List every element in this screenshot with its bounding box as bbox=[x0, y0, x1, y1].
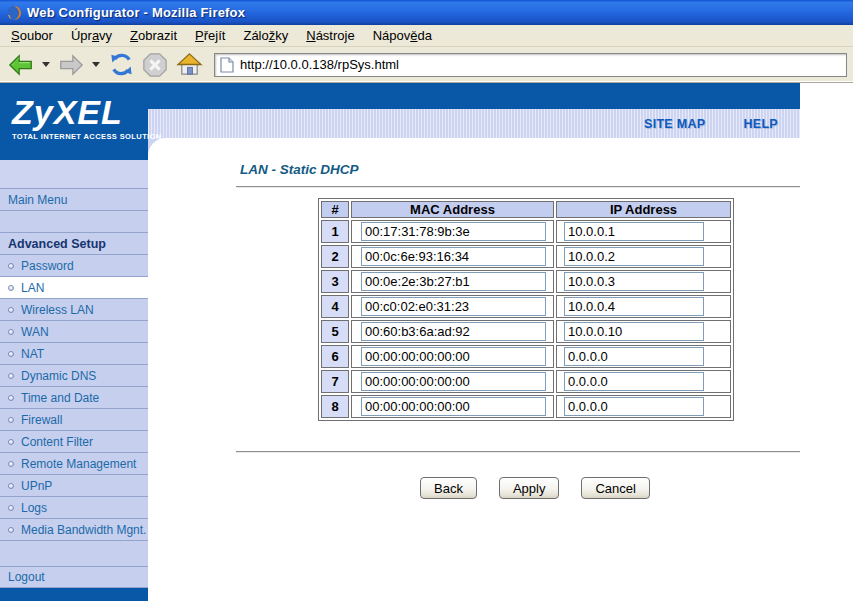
menu-upravy[interactable]: Úpravy bbox=[62, 26, 121, 45]
menu-napoveda[interactable]: Nápověda bbox=[364, 26, 441, 45]
sidebar: Main Menu Advanced Setup Password bbox=[0, 109, 148, 601]
caret-down-icon bbox=[42, 62, 50, 67]
row-number: 3 bbox=[321, 270, 349, 293]
row-number: 8 bbox=[321, 395, 349, 418]
menu-soubor[interactable]: Soubor bbox=[2, 26, 62, 45]
back-button[interactable] bbox=[6, 50, 36, 80]
zyxel-logo: ZyXEL bbox=[12, 95, 148, 129]
sidebar-main-menu[interactable]: Main Menu bbox=[0, 189, 148, 211]
sidebar-item[interactable]: UPnP bbox=[0, 475, 148, 497]
ip-address-input[interactable] bbox=[564, 297, 704, 316]
back-form-button[interactable]: Back bbox=[420, 477, 477, 499]
ip-address-input[interactable] bbox=[564, 272, 704, 291]
url-input[interactable] bbox=[240, 57, 841, 72]
sidebar-item[interactable]: Wireless LAN bbox=[0, 299, 148, 321]
sidebar-item[interactable]: Media Bandwidth Mgnt. bbox=[0, 519, 148, 541]
sidebar-item[interactable]: Time and Date bbox=[0, 387, 148, 409]
table-row: 1 bbox=[321, 220, 731, 243]
mac-address-input[interactable] bbox=[361, 272, 546, 291]
mac-address-input[interactable] bbox=[361, 347, 546, 366]
home-button[interactable] bbox=[174, 50, 204, 80]
sidebar-item[interactable]: Content Filter bbox=[0, 431, 148, 453]
forward-button[interactable] bbox=[56, 50, 86, 80]
bullet-icon bbox=[8, 417, 14, 423]
column-header-mac: MAC Address bbox=[351, 201, 554, 218]
bullet-icon bbox=[8, 373, 14, 379]
row-number: 2 bbox=[321, 245, 349, 268]
sidebar-item[interactable]: Password bbox=[0, 255, 148, 277]
sidebar-items: Password LAN Wireless LAN bbox=[0, 255, 148, 541]
menu-prejit[interactable]: Přejít bbox=[186, 26, 234, 45]
address-bar[interactable] bbox=[214, 53, 847, 77]
sidebar-logout[interactable]: Logout bbox=[0, 567, 148, 588]
table-row: 8 bbox=[321, 395, 731, 418]
site-map-link[interactable]: SITE MAP bbox=[644, 117, 705, 131]
sidebar-item[interactable]: Firewall bbox=[0, 409, 148, 431]
bullet-icon bbox=[8, 263, 14, 269]
page-viewport: ZyXEL TOTAL INTERNET ACCESS SOLUTION Mai… bbox=[0, 83, 853, 601]
ip-address-input[interactable] bbox=[564, 222, 704, 241]
menu-zalozky[interactable]: Záložky bbox=[234, 26, 297, 45]
sidebar-section-advanced-setup: Advanced Setup bbox=[0, 233, 148, 255]
back-dropdown[interactable] bbox=[40, 50, 52, 80]
mac-address-input[interactable] bbox=[361, 297, 546, 316]
sidebar-item[interactable]: Logs bbox=[0, 497, 148, 519]
bullet-icon bbox=[8, 461, 14, 467]
bullet-icon bbox=[8, 307, 14, 313]
mac-address-input[interactable] bbox=[361, 372, 546, 391]
ip-address-input[interactable] bbox=[564, 372, 704, 391]
sidebar-item[interactable]: Dynamic DNS bbox=[0, 365, 148, 387]
ip-address-input[interactable] bbox=[564, 397, 704, 416]
mac-cell bbox=[351, 245, 554, 268]
ip-address-input[interactable] bbox=[564, 347, 704, 366]
menu-bar: Soubor Úpravy Zobrazit Přejít Záložky Ná… bbox=[0, 25, 853, 47]
divider-bottom bbox=[236, 451, 800, 452]
ip-cell bbox=[556, 370, 731, 393]
menu-nastroje[interactable]: Nástroje bbox=[297, 26, 363, 45]
table-row: 2 bbox=[321, 245, 731, 268]
ip-address-input[interactable] bbox=[564, 247, 704, 266]
reload-button[interactable] bbox=[106, 50, 136, 80]
sidebar-item[interactable]: Remote Management bbox=[0, 453, 148, 475]
sidebar-item[interactable]: LAN bbox=[0, 277, 148, 299]
main-column: SITE MAP HELP LAN - Static DHCP # MAC Ad… bbox=[148, 109, 800, 601]
cancel-button[interactable]: Cancel bbox=[581, 477, 649, 499]
bullet-icon bbox=[8, 395, 14, 401]
sidebar-item[interactable]: NAT bbox=[0, 343, 148, 365]
help-link[interactable]: HELP bbox=[743, 117, 778, 131]
ip-cell bbox=[556, 245, 731, 268]
stop-button[interactable] bbox=[140, 50, 170, 80]
sidebar-item[interactable]: WAN bbox=[0, 321, 148, 343]
mac-address-input[interactable] bbox=[361, 322, 546, 341]
firefox-icon bbox=[6, 5, 22, 21]
forward-arrow-icon bbox=[58, 52, 84, 78]
mac-address-input[interactable] bbox=[361, 247, 546, 266]
mac-address-input[interactable] bbox=[361, 222, 546, 241]
row-number: 7 bbox=[321, 370, 349, 393]
bullet-icon bbox=[8, 505, 14, 511]
ip-cell bbox=[556, 295, 731, 318]
window-title: Web Configurator - Mozilla Firefox bbox=[27, 5, 245, 20]
bullet-icon bbox=[8, 329, 14, 335]
menu-zobrazit[interactable]: Zobrazit bbox=[121, 26, 186, 45]
bullet-icon bbox=[8, 439, 14, 445]
table-row: 7 bbox=[321, 370, 731, 393]
web-configurator-page: Main Menu Advanced Setup Password bbox=[0, 83, 800, 601]
table-row: 5 bbox=[321, 320, 731, 343]
zyxel-tagline: TOTAL INTERNET ACCESS SOLUTION bbox=[12, 132, 148, 141]
table-row: 3 bbox=[321, 270, 731, 293]
apply-button[interactable]: Apply bbox=[499, 477, 560, 499]
table-row: 6 bbox=[321, 345, 731, 368]
button-row: Back Apply Cancel bbox=[420, 477, 800, 499]
ip-address-input[interactable] bbox=[564, 322, 704, 341]
home-icon bbox=[176, 51, 203, 78]
mac-address-input[interactable] bbox=[361, 397, 546, 416]
stop-icon bbox=[142, 52, 168, 78]
mac-cell bbox=[351, 270, 554, 293]
reload-icon bbox=[108, 51, 135, 78]
forward-dropdown[interactable] bbox=[90, 50, 102, 80]
content-area: LAN - Static DHCP # MAC Address IP Addre… bbox=[148, 138, 800, 601]
mac-cell bbox=[351, 395, 554, 418]
column-header-ip: IP Address bbox=[556, 201, 731, 218]
ip-cell bbox=[556, 270, 731, 293]
